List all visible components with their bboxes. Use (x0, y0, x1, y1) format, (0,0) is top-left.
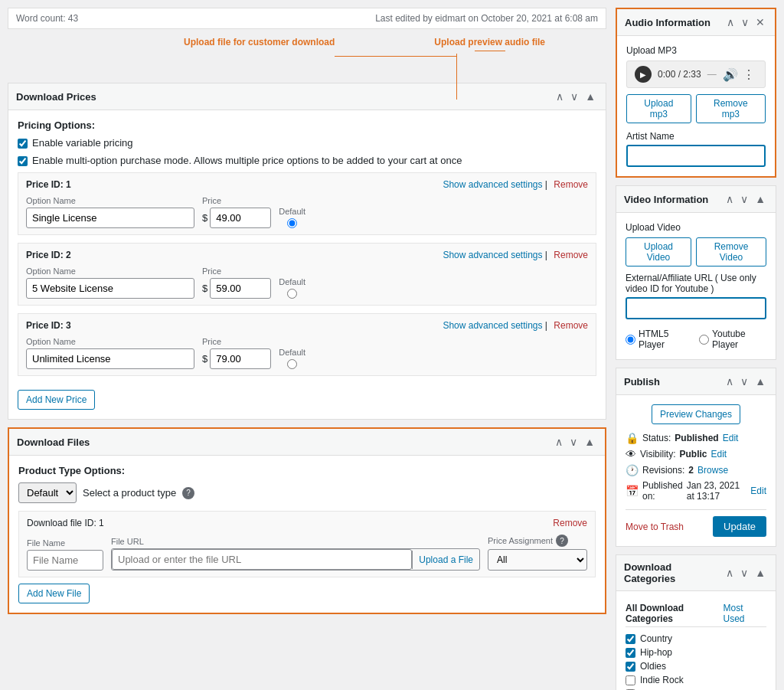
price-3-show-advanced[interactable]: Show advanced settings (443, 320, 542, 331)
categories-panel-up[interactable]: ∧ (724, 566, 736, 580)
categories-panel-toggle[interactable]: ▲ (753, 566, 768, 580)
price-assign-inner: All (488, 549, 587, 571)
panel-toggle[interactable]: ▲ (583, 90, 598, 103)
price-3-price-label: Price (202, 337, 271, 346)
price-2-option-input[interactable] (26, 278, 194, 299)
price-1-option-input[interactable] (26, 208, 194, 228)
enable-variable-checkbox[interactable] (18, 139, 28, 149)
price-3-remove[interactable]: Remove (554, 320, 588, 331)
file-url-field: File URL Upload a File (111, 537, 480, 571)
price-assign-help-icon[interactable]: ? (556, 535, 568, 547)
visibility-edit-link[interactable]: Edit (710, 449, 727, 459)
panel-collapse-down[interactable]: ∨ (568, 90, 580, 103)
video-buttons: Upload Video Remove Video (626, 237, 766, 267)
video-panel-toggle[interactable]: ▲ (753, 192, 768, 206)
price-3-default-radio[interactable] (279, 359, 305, 369)
price-2-default-radio[interactable] (279, 289, 305, 299)
upload-mp3-button[interactable]: Upload mp3 (626, 94, 691, 123)
file-name-input[interactable] (27, 550, 103, 571)
help-icon[interactable]: ? (182, 487, 194, 499)
visibility-value: Public (679, 449, 707, 459)
enable-multi-checkbox[interactable] (18, 156, 28, 166)
download-prices-body: Pricing Options: Enable variable pricing… (8, 110, 606, 419)
move-to-trash-link[interactable]: Move to Trash (626, 522, 684, 532)
files-panel-down[interactable]: ∨ (567, 435, 580, 449)
audio-panel-down[interactable]: ∨ (739, 15, 751, 29)
add-new-price-button[interactable]: Add New Price (18, 390, 95, 410)
category-label: Indie Rock (640, 675, 684, 685)
price-assignment-field: Price Assignment ? All (488, 535, 587, 571)
upload-video-button[interactable]: Upload Video (626, 237, 691, 267)
categories-panel-down[interactable]: ∨ (738, 566, 750, 580)
file-1-remove[interactable]: Remove (553, 518, 587, 528)
play-button[interactable]: ▶ (635, 66, 652, 83)
upload-file-button[interactable]: Upload a File (412, 551, 479, 569)
price-2-price-label: Price (202, 267, 271, 276)
status-edit-link[interactable]: Edit (723, 433, 739, 443)
files-panel-up[interactable]: ∧ (553, 435, 565, 449)
youtube-player-option[interactable]: Youtube Player (699, 329, 766, 350)
category-checkbox[interactable] (626, 648, 635, 658)
category-checkbox[interactable] (626, 675, 635, 685)
download-files-panel: Download Files ∧ ∨ ▲ Product Type Option… (8, 427, 606, 614)
html5-player-option[interactable]: HTML5 Player (626, 329, 690, 350)
video-panel-down[interactable]: ∨ (738, 192, 750, 206)
external-url-input[interactable] (626, 297, 766, 319)
price-3-input[interactable] (210, 348, 271, 369)
category-checkbox[interactable] (626, 662, 635, 672)
categories-list: CountryHip-hopOldiesIndie RockMetal (626, 633, 766, 690)
file-url-input[interactable] (112, 549, 412, 570)
price-2-option-label: Option Name (26, 267, 194, 276)
price-3-option-input[interactable] (26, 348, 194, 369)
files-panel-controls[interactable]: ∧ ∨ ▲ (553, 435, 597, 449)
tab-most-used[interactable]: Most Used (724, 600, 767, 626)
video-panel-up[interactable]: ∧ (724, 192, 736, 206)
price-2-show-advanced[interactable]: Show advanced settings (443, 250, 542, 260)
download-prices-header: Download Prices ∧ ∨ ▲ (8, 83, 606, 110)
update-button[interactable]: Update (713, 516, 766, 537)
status-value: Published (675, 433, 718, 443)
price-3-default-label: Default (279, 348, 305, 357)
publish-panel-controls[interactable]: ∧ ∨ ▲ (724, 374, 768, 388)
panel-collapse-up[interactable]: ∧ (554, 90, 566, 103)
publish-panel-up[interactable]: ∧ (724, 374, 736, 388)
categories-panel-controls[interactable]: ∧ ∨ ▲ (724, 566, 768, 580)
files-panel-toggle[interactable]: ▲ (582, 435, 597, 449)
panel-controls[interactable]: ∧ ∨ ▲ (554, 90, 598, 103)
published-edit-link[interactable]: Edit (750, 486, 766, 496)
price-2-remove[interactable]: Remove (554, 250, 588, 260)
price-1-default-radio[interactable] (279, 218, 305, 228)
audio-panel-up[interactable]: ∧ (724, 15, 737, 29)
download-files-title: Download Files (17, 437, 90, 448)
add-new-file-button[interactable]: Add New File (18, 584, 90, 603)
youtube-radio[interactable] (699, 335, 709, 345)
category-item: Oldies (626, 661, 766, 672)
price-1-price-label: Price (202, 196, 271, 205)
artist-name-input[interactable] (626, 145, 766, 167)
price-1-input[interactable] (210, 208, 271, 228)
preview-changes-button[interactable]: Preview Changes (652, 404, 740, 424)
price-1-show-advanced[interactable]: Show advanced settings (443, 179, 542, 190)
price-2-input[interactable] (210, 278, 271, 299)
annotation-area: Upload file for customer download Upload… (8, 37, 606, 75)
publish-panel-down[interactable]: ∨ (738, 374, 750, 388)
audio-panel-toggle[interactable]: ✕ (753, 15, 767, 29)
category-checkbox[interactable] (626, 634, 635, 644)
audio-panel-controls[interactable]: ∧ ∨ ✕ (724, 15, 767, 29)
video-panel-controls[interactable]: ∧ ∨ ▲ (724, 192, 768, 206)
remove-video-button[interactable]: Remove Video (696, 237, 766, 267)
volume-icon[interactable]: 🔊 (723, 67, 738, 82)
tab-all-categories[interactable]: All Download Categories (626, 600, 724, 626)
upload-mp3-row: Upload MP3 ▶ 0:00 / 2:33 — 🔊 ⋮ Upload mp… (626, 45, 766, 123)
price-assignment-select[interactable]: All (488, 550, 586, 570)
audio-separator: — (707, 69, 717, 80)
more-options-icon[interactable]: ⋮ (743, 67, 755, 82)
revisions-browse-link[interactable]: Browse (697, 465, 728, 476)
price-1-remove[interactable]: Remove (554, 179, 588, 190)
audio-player: ▶ 0:00 / 2:33 — 🔊 ⋮ (626, 60, 766, 88)
html5-radio[interactable] (626, 335, 635, 345)
upload-mp3-label: Upload MP3 (626, 45, 766, 56)
remove-mp3-button[interactable]: Remove mp3 (696, 94, 766, 123)
publish-panel-toggle[interactable]: ▲ (753, 374, 768, 388)
product-type-select[interactable]: Default (18, 482, 77, 503)
